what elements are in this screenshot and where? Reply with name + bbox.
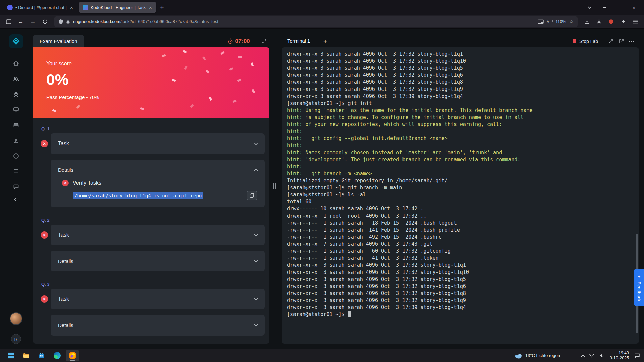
panel-resizer-handle[interactable] <box>272 181 276 191</box>
sidebar-toggle-button[interactable] <box>3 17 14 27</box>
tab-close-icon[interactable]: × <box>148 5 153 10</box>
info-icon <box>13 153 19 159</box>
chevron-down-icon <box>254 141 258 145</box>
address-bar[interactable]: engineer.kodekloud.com/task?id=64071c0ab… <box>54 16 578 27</box>
terminal-screen[interactable]: drwxr-xr-x 3 sarah sarah 4096 Oct 3 17:3… <box>282 47 639 344</box>
file-explorer-button[interactable] <box>19 350 33 361</box>
sidebar-item-docs[interactable] <box>9 164 23 179</box>
task-accordion[interactable]: Task <box>51 133 265 154</box>
weather-cloud-icon <box>514 353 522 359</box>
sidebar-icon <box>6 19 11 24</box>
notification-center-button[interactable] <box>634 353 640 358</box>
volume-icon[interactable] <box>599 353 604 358</box>
expand-terminal-button[interactable] <box>606 36 616 46</box>
sidebar-item-support[interactable] <box>9 179 23 194</box>
expand-panel-button[interactable] <box>259 36 269 46</box>
tab-close-icon[interactable]: × <box>69 5 74 10</box>
people-icon <box>13 75 19 82</box>
zoom-level[interactable]: 110% <box>556 19 566 24</box>
details-header[interactable]: Details <box>51 251 265 272</box>
translate-icon[interactable]: A <box>547 19 553 24</box>
chat-icon <box>13 183 19 190</box>
chevron-left-icon <box>14 198 18 201</box>
tab-exam-evaluation[interactable]: Exam Evaluation <box>33 35 84 47</box>
page-content: R Exam Evaluation 07:00 Your score <box>0 29 644 349</box>
kodekloud-favicon <box>83 5 88 10</box>
stop-lab-button[interactable]: Stop Lab <box>573 39 598 44</box>
chevron-up-icon <box>254 169 258 172</box>
download-icon <box>584 19 590 24</box>
verify-failed-icon: × <box>62 180 69 186</box>
details-accordion: Details <box>51 315 265 336</box>
downloads-button[interactable] <box>582 17 592 27</box>
sidebar-item-community[interactable] <box>9 71 23 86</box>
sidebar-item-home[interactable] <box>9 56 23 71</box>
url-text: engineer.kodekloud.com/task?id=64071c0ab… <box>73 19 535 24</box>
system-tray <box>582 353 604 358</box>
terminal-menu-button[interactable] <box>626 36 636 46</box>
start-button[interactable] <box>4 350 17 361</box>
puzzle-icon <box>621 19 626 24</box>
adblock-extension-button[interactable] <box>606 17 616 27</box>
sidebar-item-playgrounds[interactable] <box>9 102 23 117</box>
firefox-browser-button[interactable] <box>66 350 79 361</box>
question-3: Q. 3 × Task Details <box>41 282 265 336</box>
clipboard-icon <box>13 137 19 144</box>
new-tab-button[interactable]: + <box>157 2 167 12</box>
kodekloud-logo[interactable] <box>9 34 23 48</box>
close-button[interactable]: × <box>627 0 641 15</box>
forward-button[interactable]: → <box>28 17 38 27</box>
tab-list-button[interactable] <box>582 0 597 15</box>
account-button[interactable] <box>594 17 604 27</box>
network-icon[interactable] <box>589 353 594 358</box>
tab-terminal-1[interactable]: Terminal 1 <box>286 35 311 47</box>
edge-browser-button[interactable] <box>50 350 64 361</box>
back-button[interactable]: ← <box>15 17 26 27</box>
new-terminal-button[interactable]: + <box>321 37 330 45</box>
sidebar-collapse-button[interactable] <box>15 196 17 202</box>
svg-text:A: A <box>547 20 549 24</box>
shield-extension-icon <box>609 19 613 24</box>
error-message[interactable]: /home/sarah/story-blog-t1q4 is not a git… <box>73 192 203 199</box>
details-header[interactable]: Details <box>51 160 265 180</box>
browser-tab-discord[interactable]: • Discord | #!general-chat | × <box>4 2 77 13</box>
bookmark-star-icon[interactable]: ☆ <box>569 19 574 25</box>
maximize-button[interactable] <box>612 0 627 15</box>
menu-button[interactable] <box>630 17 641 27</box>
weather-widget[interactable]: 13°C Lichte regen <box>514 353 560 359</box>
sidebar-item-rewards[interactable] <box>9 117 23 133</box>
task-accordion[interactable]: Task <box>51 289 265 309</box>
taskbar-clock[interactable]: 19:43 3-10-2025 <box>610 351 629 361</box>
picture-in-picture-icon[interactable] <box>538 19 544 24</box>
browser-tab-kodekloud[interactable]: KodeKloud - Engineer | Task × <box>79 2 156 13</box>
book-icon <box>13 168 19 175</box>
details-accordion: Details <box>51 251 265 272</box>
copy-button[interactable] <box>247 191 257 200</box>
date: 3-10-2025 <box>610 356 629 361</box>
question-label: Q. 1 <box>41 126 265 131</box>
sidebar-item-assessments[interactable] <box>9 133 23 148</box>
kodekloud-logo-icon <box>12 38 20 45</box>
details-header[interactable]: Details <box>51 315 265 336</box>
hidden-icons-chevron[interactable] <box>581 355 585 358</box>
task-accordion[interactable]: Task <box>51 225 265 245</box>
task-label: Task <box>58 141 69 147</box>
expand-icon <box>262 39 267 44</box>
user-avatar[interactable] <box>10 312 22 325</box>
minimize-button[interactable] <box>597 0 612 15</box>
question-failed-icon: × <box>41 231 48 239</box>
open-in-new-button[interactable] <box>616 36 626 46</box>
sidebar-item-learn[interactable] <box>9 86 23 102</box>
feedback-tab[interactable]: + Feedback <box>634 269 644 306</box>
sidebar-item-info[interactable] <box>9 148 23 164</box>
profile-badge[interactable]: R <box>11 334 21 344</box>
microsoft-store-button[interactable] <box>35 350 48 361</box>
task-label: Task <box>58 232 69 238</box>
feedback-plus-icon: + <box>638 274 640 279</box>
exam-panel-body: Your score 0% Pass Percentage - 70% <box>33 47 269 344</box>
reload-icon <box>42 19 48 24</box>
extensions-button[interactable] <box>618 17 629 27</box>
chevron-down-icon <box>254 323 258 326</box>
reload-button[interactable] <box>40 17 50 27</box>
details-accordion-expanded: Details × Verify Tasks /home/sarah/story… <box>51 160 265 207</box>
